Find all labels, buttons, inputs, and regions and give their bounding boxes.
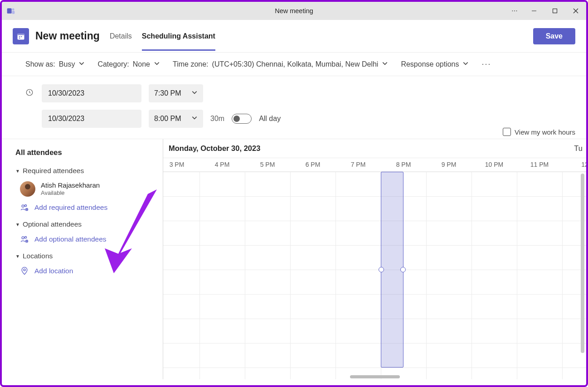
chevron-down-icon [78,60,85,68]
more-options-icon[interactable]: ··· [481,59,491,69]
clock-icon [25,88,34,98]
hour-label: 8 PM [396,161,411,168]
show-as-dropdown[interactable]: Show as: Busy [25,60,85,68]
start-date-input[interactable]: 10/30/2023 [42,84,141,102]
calendar-icon [13,28,29,44]
date-header: Monday, October 30, 2023 Tu [163,139,586,158]
checkbox-icon [503,128,511,136]
end-date-input[interactable]: 10/30/2023 [42,110,141,128]
resize-handle-left[interactable] [379,267,384,272]
svg-rect-12 [19,36,20,37]
optional-attendees-section[interactable]: ▼ Optional attendees [15,220,149,228]
triangle-down-icon: ▼ [15,254,20,259]
hour-label: 3 PM [170,161,185,168]
required-attendees-section[interactable]: ▼ Required attendees [15,167,149,175]
timezone-dropdown[interactable]: Time zone: (UTC+05:30) Chennai, Kolkata,… [173,60,388,68]
tab-scheduling-assistant[interactable]: Scheduling Assistant [142,21,215,51]
page-title: New meeting [35,30,100,42]
hour-header: 3 PM4 PM5 PM6 PM7 PM8 PM9 PM10 PM11 PM12 [163,158,586,172]
selected-time-block[interactable] [381,172,403,368]
response-options-dropdown[interactable]: Response options [401,60,469,68]
attendee-name: Atish Rajasekharan [41,182,100,189]
svg-point-17 [24,205,26,207]
svg-point-20 [24,237,26,238]
triangle-down-icon: ▼ [15,222,20,227]
window-more-icon[interactable] [505,2,524,20]
all-day-label: All day [259,115,281,123]
all-attendees-header: All attendees [15,148,149,157]
svg-point-19 [22,237,24,239]
svg-rect-14 [19,38,20,39]
svg-rect-11 [18,34,24,35]
title-bar: New meeting [2,2,586,20]
chevron-down-icon [382,60,388,68]
chevron-down-icon [191,89,198,97]
attendee-status: Available [41,189,100,196]
svg-point-16 [22,205,24,207]
svg-point-3 [512,10,513,11]
svg-point-1 [12,8,15,10]
tab-details[interactable]: Details [110,21,132,51]
minimize-button[interactable] [524,2,544,20]
all-day-toggle[interactable] [232,114,252,124]
teams-app-icon [2,6,20,15]
resize-handle-right[interactable] [400,267,406,272]
svg-rect-0 [7,8,12,14]
end-time-dropdown[interactable]: 8:00 PM [149,110,203,128]
hour-label: 11 PM [530,161,549,168]
header: New meeting Details Scheduling Assistant… [2,20,586,53]
hour-label: 6 PM [306,161,321,168]
add-optional-attendees-link[interactable]: Add optional attendees [20,235,145,244]
hour-label: 4 PM [215,161,230,168]
hour-label: 10 PM [485,161,503,168]
vertical-scrollbar[interactable] [581,174,584,377]
hour-label: 5 PM [260,161,275,168]
triangle-down-icon: ▼ [15,169,20,174]
add-location-link[interactable]: Add location [20,266,145,276]
attendees-panel: All attendees ▼ Required attendees Atish… [2,139,163,379]
window-title: New meeting [2,7,586,15]
svg-rect-7 [553,9,557,13]
add-required-attendees-link[interactable]: Add required attendees [20,203,145,212]
avatar [20,181,35,197]
chevron-down-icon [154,60,160,68]
save-button[interactable]: Save [533,28,575,44]
people-add-icon [20,203,29,212]
hour-label: 12 [581,161,586,168]
close-button[interactable] [565,2,586,20]
svg-point-22 [24,269,25,271]
hour-label: 9 PM [442,161,457,168]
duration-label: 30m [210,115,224,123]
hour-label: 7 PM [351,161,366,168]
maximize-button[interactable] [544,2,565,20]
availability-grid[interactable] [163,172,586,379]
chevron-down-icon [462,60,469,68]
people-add-icon [20,235,29,244]
location-icon [20,266,29,276]
options-row: Show as: Busy Category: None Time zone: … [2,53,586,76]
svg-point-4 [514,10,515,11]
start-time-dropdown[interactable]: 7:30 PM [149,84,203,102]
locations-section[interactable]: ▼ Locations [15,252,149,260]
svg-rect-2 [12,11,15,14]
scheduling-grid: Monday, October 30, 2023 Tu 3 PM4 PM5 PM… [163,139,586,379]
horizontal-scrollbar[interactable] [350,375,400,378]
datetime-area: 10/30/2023 7:30 PM 10/30/2023 8:00 PM 30… [2,76,586,139]
view-work-hours-checkbox[interactable]: View my work hours [503,128,575,136]
svg-rect-13 [21,36,22,37]
svg-point-5 [516,10,517,11]
chevron-down-icon [191,115,198,123]
category-dropdown[interactable]: Category: None [97,60,160,68]
attendee-row[interactable]: Atish Rajasekharan Available [20,181,145,197]
